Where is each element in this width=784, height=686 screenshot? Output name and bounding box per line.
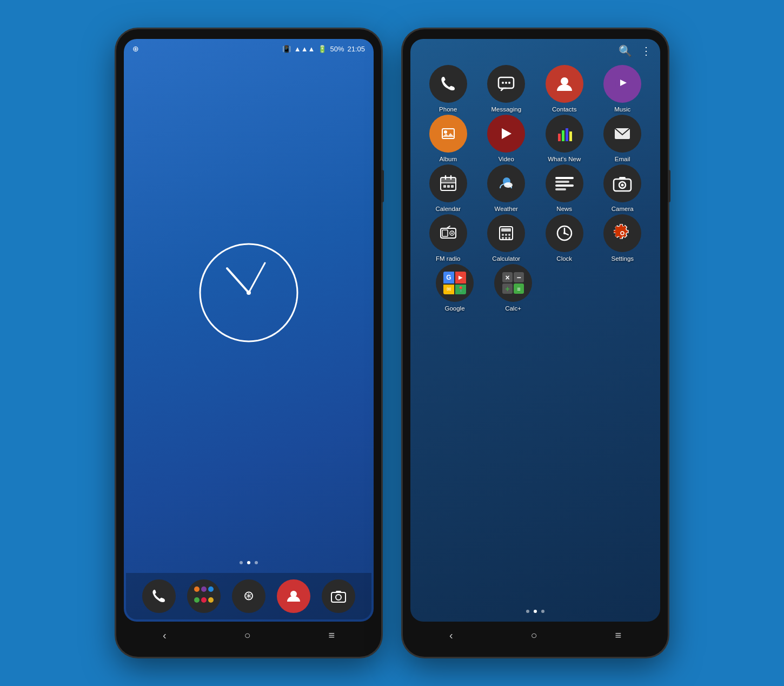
app-calculator[interactable]: Calculator <box>479 214 533 262</box>
back-button-left[interactable]: ‹ <box>163 629 167 642</box>
app-video-label: Video <box>499 156 514 162</box>
svg-point-7 <box>336 595 341 600</box>
app-calendar[interactable]: Calendar <box>421 164 475 212</box>
vibrate-icon: 📳 <box>282 45 291 53</box>
battery-icon: 🔋 <box>318 45 327 53</box>
svg-rect-18 <box>558 134 561 141</box>
app-music[interactable]: Music <box>595 65 649 113</box>
app-grid-header: 🔍 ⋮ <box>410 39 660 61</box>
dock-phone[interactable] <box>142 579 176 613</box>
app-whatsnew[interactable]: What's New <box>537 115 592 162</box>
app-album-label: Album <box>439 156 457 162</box>
app-camera[interactable]: Camera <box>595 164 649 212</box>
volume-button <box>381 170 384 202</box>
svg-rect-20 <box>566 128 568 141</box>
svg-rect-30 <box>451 185 454 188</box>
svg-marker-17 <box>502 128 511 139</box>
svg-point-10 <box>502 82 504 84</box>
right-phone: 🔍 ⋮ Phone <box>403 29 668 657</box>
svg-point-13 <box>561 77 568 85</box>
app-email[interactable]: Email <box>595 115 649 162</box>
app-settings[interactable]: Settings <box>595 214 649 262</box>
left-screen: ⊕ 📳 ▲▲▲ 🔋 50% 21:05 <box>124 39 374 622</box>
analog-clock-svg <box>195 239 303 347</box>
app-calendar-label: Calendar <box>435 206 461 212</box>
dock-camera[interactable] <box>322 579 355 613</box>
app-contacts-label: Contacts <box>552 106 576 113</box>
svg-point-46 <box>508 234 510 236</box>
svg-rect-19 <box>562 130 564 141</box>
app-phone-label: Phone <box>439 106 457 113</box>
svg-text:⊛: ⊛ <box>243 588 254 603</box>
svg-point-3 <box>247 291 251 295</box>
recents-button-right[interactable]: ≡ <box>615 629 621 642</box>
dock-contacts[interactable] <box>277 579 310 613</box>
time-display: 21:05 <box>347 45 365 53</box>
recents-button-left[interactable]: ≡ <box>328 629 335 642</box>
globe-icon: ⊕ <box>132 44 139 53</box>
svg-rect-38 <box>442 230 448 236</box>
svg-point-47 <box>502 237 504 239</box>
dot-r2 <box>534 610 537 613</box>
svg-point-40 <box>451 233 453 234</box>
search-icon[interactable]: 🔍 <box>619 44 632 57</box>
app-messaging[interactable]: Messaging <box>479 65 533 113</box>
app-fmradio-label: FM radio <box>436 255 460 262</box>
signal-icon: ▲▲▲ <box>294 45 315 53</box>
app-phone[interactable]: Phone <box>421 65 475 113</box>
page-dots <box>124 561 374 573</box>
dock: ⊛ <box>126 573 371 619</box>
dock-fingerprint[interactable]: ⊛ <box>232 579 265 613</box>
app-weather-label: Weather <box>495 206 518 212</box>
app-contacts[interactable]: Contacts <box>537 65 592 113</box>
app-video[interactable]: Video <box>479 115 533 162</box>
app-calculator-label: Calculator <box>492 255 520 262</box>
volume-button-right <box>668 170 670 202</box>
app-whatsnew-label: What's New <box>548 156 581 162</box>
app-album[interactable]: Album <box>421 115 475 162</box>
left-phone: ⊕ 📳 ▲▲▲ 🔋 50% 21:05 <box>116 29 381 657</box>
app-grid: Phone Messaging <box>410 61 660 610</box>
clock-widget <box>124 56 374 561</box>
dock-apps[interactable] <box>187 579 221 613</box>
more-icon[interactable]: ⋮ <box>641 44 652 57</box>
svg-point-11 <box>505 82 507 84</box>
app-clock-label: Clock <box>556 255 572 262</box>
svg-rect-29 <box>447 185 450 188</box>
svg-point-49 <box>508 237 510 239</box>
back-button-right[interactable]: ‹ <box>449 629 453 642</box>
svg-point-53 <box>563 232 566 234</box>
app-settings-label: Settings <box>611 255 634 262</box>
app-row-3: Calendar Weather <box>419 164 652 212</box>
nav-bar-left: ‹ ○ ≡ <box>124 622 374 647</box>
battery-percent: 50% <box>330 45 344 53</box>
svg-point-48 <box>505 237 507 239</box>
dot-3 <box>255 561 258 564</box>
svg-rect-21 <box>569 131 572 141</box>
svg-rect-28 <box>443 185 446 188</box>
app-row-1: Phone Messaging <box>419 65 652 113</box>
status-bar: ⊕ 📳 ▲▲▲ 🔋 50% 21:05 <box>124 39 374 56</box>
home-button-right[interactable]: ○ <box>530 629 537 642</box>
svg-rect-24 <box>441 177 456 183</box>
app-fmradio[interactable]: FM radio <box>421 214 475 262</box>
right-screen: 🔍 ⋮ Phone <box>410 39 660 622</box>
svg-rect-35 <box>619 177 626 180</box>
app-news-label: News <box>556 206 572 212</box>
status-right: 📳 ▲▲▲ 🔋 50% 21:05 <box>282 45 365 53</box>
home-button-left[interactable]: ○ <box>244 629 250 642</box>
app-clock[interactable]: Clock <box>537 214 592 262</box>
app-messaging-label: Messaging <box>491 106 521 113</box>
dot-2 <box>247 561 250 564</box>
dot-1 <box>240 561 243 564</box>
app-weather[interactable]: Weather <box>479 164 533 212</box>
app-news[interactable]: News <box>537 164 592 212</box>
svg-point-36 <box>621 184 624 187</box>
svg-point-12 <box>508 82 510 84</box>
app-calcplus[interactable]: × − + ≡ Calc+ <box>486 264 540 312</box>
app-google[interactable]: G ▶ ✉ 📍 Google <box>428 264 482 312</box>
app-row-2: Album Video <box>419 115 652 162</box>
app-music-label: Music <box>614 106 630 113</box>
page-dots-right <box>410 610 660 622</box>
svg-rect-43 <box>501 228 511 232</box>
